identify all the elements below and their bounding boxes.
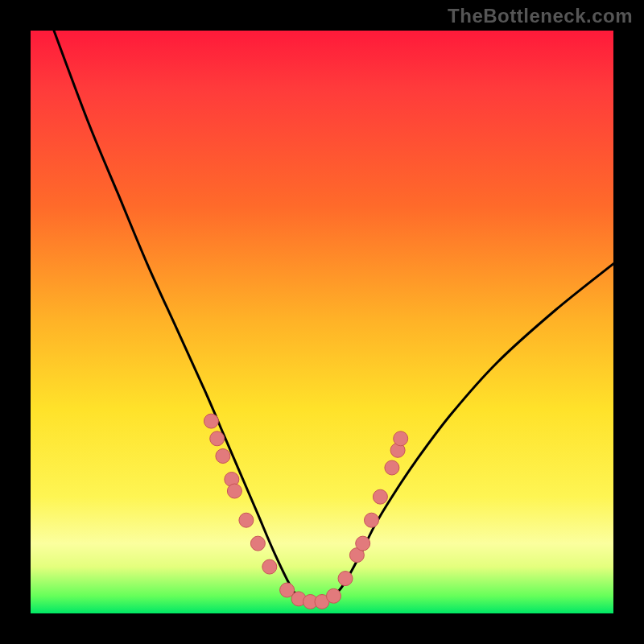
curve-markers bbox=[204, 414, 407, 609]
bottleneck-curve-svg bbox=[31, 31, 613, 613]
curve-marker bbox=[204, 414, 218, 428]
curve-marker bbox=[227, 484, 242, 498]
curve-marker bbox=[365, 513, 379, 527]
curve-marker bbox=[210, 431, 225, 446]
curve-marker bbox=[394, 431, 408, 446]
curve-marker bbox=[338, 572, 353, 586]
plot-area bbox=[31, 31, 613, 613]
curve-marker bbox=[385, 460, 399, 475]
attribution-text: TheBottleneck.com bbox=[448, 5, 633, 27]
curve-marker bbox=[239, 513, 254, 527]
chart-frame: TheBottleneck.com bbox=[0, 0, 644, 644]
curve-marker bbox=[373, 489, 387, 504]
bottleneck-curve bbox=[54, 31, 613, 603]
curve-marker bbox=[356, 536, 370, 551]
curve-marker bbox=[250, 536, 265, 551]
curve-marker bbox=[327, 588, 341, 603]
curve-marker bbox=[216, 449, 230, 464]
curve-marker bbox=[262, 559, 277, 574]
